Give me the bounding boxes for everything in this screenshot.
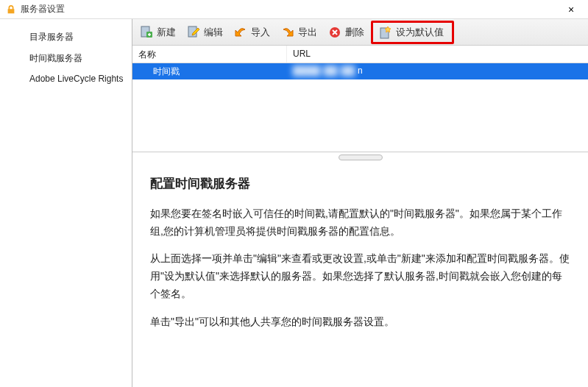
sidebar-item-rights[interactable]: Adobe LiveCycle Rights <box>0 69 132 88</box>
toolbar: 新建 编辑 导入 导出 <box>132 19 588 46</box>
star-icon <box>378 25 393 40</box>
table-body: 时间戳 ████ ██ ██ n <box>132 63 588 152</box>
delete-icon <box>327 25 342 40</box>
export-label: 导出 <box>298 26 317 39</box>
cell-name: 时间戳 <box>132 63 287 79</box>
sidebar-item-label: 时间戳服务器 <box>29 53 82 63</box>
import-icon <box>233 25 248 40</box>
lock-icon <box>6 4 16 15</box>
info-paragraph-1: 如果您要在签名时嵌入可信任的时间戳,请配置默认的"时间戳服务器"。如果您属于某个… <box>150 205 570 241</box>
import-button[interactable]: 导入 <box>230 21 276 43</box>
content-pane: 新建 编辑 导入 导出 <box>132 19 588 387</box>
export-icon <box>280 25 295 40</box>
new-label: 新建 <box>157 26 176 39</box>
splitter-grip-icon <box>339 155 383 160</box>
cell-url-tail: n <box>358 65 363 76</box>
edit-icon <box>186 25 201 40</box>
sidebar-item-label: Adobe LiveCycle Rights <box>29 74 123 84</box>
sidebar: 目录服务器 时间戳服务器 Adobe LiveCycle Rights <box>0 19 132 387</box>
delete-label: 删除 <box>345 26 364 39</box>
highlight-annotation: 设为默认值 <box>371 21 454 44</box>
pane-splitter[interactable] <box>132 152 588 162</box>
import-label: 导入 <box>251 26 270 39</box>
close-button[interactable]: × <box>560 2 582 17</box>
window-title: 服务器设置 <box>21 3 560 15</box>
main-area: 目录服务器 时间戳服务器 Adobe LiveCycle Rights 新建 编… <box>0 19 588 387</box>
info-paragraph-2: 从上面选择一项并单击"编辑"来查看或更改设置,或单击"新建"来添加和配置时间戳服… <box>150 250 570 302</box>
edit-button[interactable]: 编辑 <box>183 21 229 43</box>
set-default-button[interactable]: 设为默认值 <box>375 21 450 43</box>
sidebar-item-directory[interactable]: 目录服务器 <box>0 26 132 48</box>
table-row[interactable]: 时间戳 ████ ██ ██ n <box>132 63 588 79</box>
table-header: 名称 URL <box>132 46 588 63</box>
sidebar-item-timestamp[interactable]: 时间戳服务器 <box>0 48 132 69</box>
col-header-name[interactable]: 名称 <box>132 46 287 63</box>
close-icon: × <box>568 4 574 15</box>
new-icon <box>139 25 154 40</box>
new-button[interactable]: 新建 <box>136 21 182 43</box>
edit-label: 编辑 <box>204 26 223 39</box>
set-default-label: 设为默认值 <box>396 26 444 39</box>
delete-button[interactable]: 删除 <box>325 21 370 43</box>
col-header-url[interactable]: URL <box>287 46 588 63</box>
info-heading: 配置时间戳服务器 <box>150 174 570 195</box>
blurred-url: ████ ██ ██ <box>293 65 355 76</box>
window-titlebar: 服务器设置 × <box>0 0 588 19</box>
info-panel: 配置时间戳服务器 如果您要在签名时嵌入可信任的时间戳,请配置默认的"时间戳服务器… <box>132 162 588 353</box>
cell-url: ████ ██ ██ n <box>287 63 588 79</box>
export-button[interactable]: 导出 <box>277 21 323 43</box>
info-paragraph-3: 单击"导出"可以和其他人共享您的时间戳服务器设置。 <box>150 313 570 331</box>
sidebar-item-label: 目录服务器 <box>29 32 74 42</box>
